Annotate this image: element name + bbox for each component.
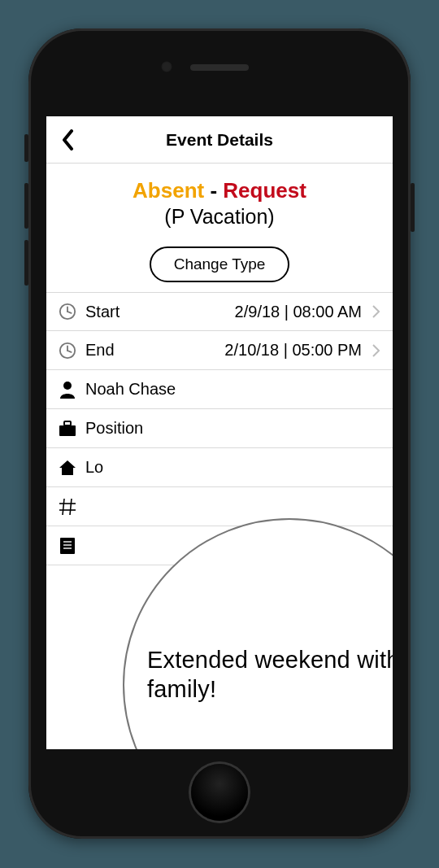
navbar-title: Event Details: [166, 130, 273, 150]
svg-line-2: [67, 312, 72, 313]
chevron-right-icon: [372, 304, 380, 319]
svg-line-10: [70, 499, 72, 515]
clock-icon: [54, 342, 80, 360]
chevron-left-icon: [62, 129, 75, 150]
row-person: Noah Chase: [46, 370, 393, 409]
headline-main: Absent - Request: [46, 178, 393, 203]
chevron-right-icon: [372, 343, 380, 358]
volume-up-btn: [24, 183, 28, 229]
briefcase-icon: [54, 421, 80, 437]
status-request: Request: [223, 178, 306, 203]
screen: Event Details Absent - Request (P Vacati…: [46, 116, 393, 749]
row-position-label: Position: [85, 419, 143, 438]
status-absent: Absent: [133, 178, 204, 203]
navbar: Event Details: [46, 116, 393, 164]
phone-speaker: [190, 64, 249, 71]
row-end[interactable]: End 2/10/18 | 05:00 PM: [46, 331, 393, 370]
row-location-label: Lo: [85, 458, 103, 477]
change-type-button[interactable]: Change Type: [150, 246, 290, 282]
row-end-label: End: [85, 341, 115, 360]
hash-icon: [54, 499, 80, 515]
power-button: [411, 183, 415, 232]
row-number: [46, 487, 393, 526]
person-icon: [54, 381, 80, 399]
volume-down-btn: [24, 240, 28, 286]
event-headline: Absent - Request (P Vacation): [46, 164, 393, 235]
svg-point-6: [63, 382, 72, 390]
row-person-label: Noah Chase: [85, 380, 176, 399]
svg-rect-7: [59, 425, 76, 436]
svg-line-5: [67, 351, 72, 352]
svg-rect-13: [60, 538, 75, 554]
row-position: Position: [46, 409, 393, 448]
note-text: Extended weekend with the family!: [147, 645, 393, 704]
row-start[interactable]: Start 2/9/18 | 08:00 AM: [46, 292, 393, 331]
row-start-label: Start: [85, 303, 120, 321]
home-button[interactable]: [191, 764, 248, 821]
detail-rows: Start 2/9/18 | 08:00 AM End 2/10/18 | 05…: [46, 292, 393, 565]
notes-icon: [54, 537, 80, 555]
headline-subtitle: (P Vacation): [46, 205, 393, 229]
home-icon: [54, 460, 80, 476]
back-button[interactable]: [54, 126, 82, 154]
row-start-value: 2/9/18 | 08:00 AM: [235, 303, 362, 321]
clock-icon: [54, 303, 80, 321]
row-end-value: 2/10/18 | 05:00 PM: [224, 341, 362, 360]
row-notes: [46, 526, 393, 565]
phone-frame: Event Details Absent - Request (P Vacati…: [28, 28, 411, 839]
svg-rect-8: [64, 421, 71, 425]
row-location: Lo: [46, 448, 393, 487]
status-sep: -: [210, 178, 217, 203]
svg-line-9: [63, 499, 64, 515]
phone-camera: [161, 61, 172, 72]
mute-switch: [24, 134, 28, 162]
